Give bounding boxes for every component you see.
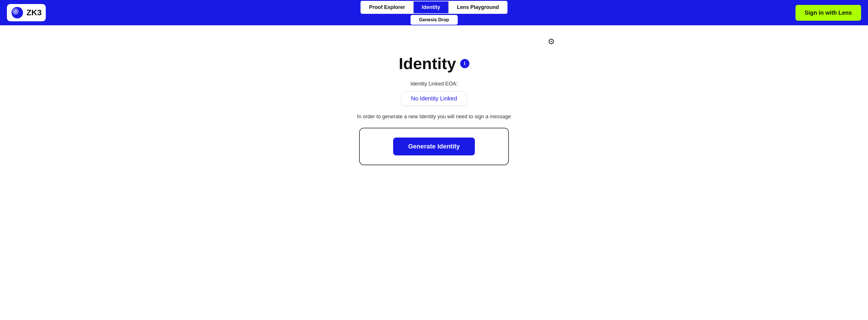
- settings-icon[interactable]: ⚙: [548, 37, 555, 46]
- nav-center: Proof Explorer Identity Lens Playground …: [360, 1, 507, 25]
- tab-identity[interactable]: Identity: [413, 1, 449, 13]
- navbar: ZK3 Proof Explorer Identity Lens Playgro…: [0, 0, 868, 25]
- info-icon[interactable]: i: [460, 59, 469, 68]
- tab-lens-playground[interactable]: Lens Playground: [449, 1, 507, 13]
- page-title-row: Identity i: [399, 54, 469, 73]
- svg-point-3: [15, 11, 16, 12]
- page-title: Identity: [399, 54, 456, 73]
- logo-text: ZK3: [27, 8, 42, 17]
- generate-card: Generate Identity: [359, 128, 509, 165]
- nav-tabs: Proof Explorer Identity Lens Playground: [360, 1, 507, 14]
- logo-icon: [11, 6, 24, 19]
- identity-linked-status: No Identity Linked: [401, 92, 467, 106]
- tab-proof-explorer[interactable]: Proof Explorer: [361, 1, 413, 13]
- logo[interactable]: ZK3: [7, 4, 46, 21]
- main-content: ⚙ Identity i Identity Linked EOA: No Ide…: [0, 25, 868, 177]
- sign-in-button[interactable]: Sign in with Lens: [796, 5, 861, 21]
- tab-genesis-drop[interactable]: Genesis Drop: [410, 15, 458, 25]
- generate-description: In order to generate a new Identity you …: [357, 114, 511, 120]
- generate-identity-button[interactable]: Generate Identity: [393, 137, 475, 155]
- eoa-label: Identity Linked EOA:: [410, 81, 458, 87]
